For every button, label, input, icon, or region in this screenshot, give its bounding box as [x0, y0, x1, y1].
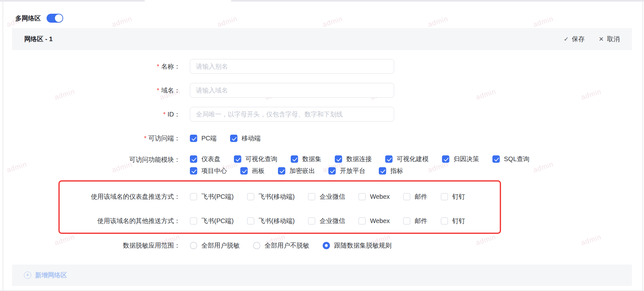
checkbox-icon: [278, 167, 285, 175]
radio-icon: [323, 242, 330, 249]
checkbox-icon: [385, 155, 393, 163]
required-mark: *: [144, 135, 146, 142]
checkbox-label: Webex: [370, 193, 390, 200]
checkbox-label: PC端: [201, 134, 217, 143]
checkbox-option[interactable]: 飞书(移动端): [247, 217, 295, 225]
checkbox-option[interactable]: 可视化查询: [234, 155, 277, 163]
checkbox-option[interactable]: 画板: [240, 167, 265, 175]
checkbox-option[interactable]: Webex: [358, 217, 390, 225]
dashboard-push-label: 使用该域名的仪表盘推送方式：: [12, 192, 180, 201]
checkbox-icon: [379, 167, 386, 175]
checkbox-icon: [358, 217, 366, 225]
field-row-domain: *域名：: [12, 83, 632, 98]
checkbox-label: 可视化建模: [397, 155, 429, 163]
id-input[interactable]: [190, 107, 394, 122]
other-push-checkbox-group: 飞书(PC端) 飞书(移动端) 企业微信: [190, 217, 465, 225]
radio-option[interactable]: 全部用户不脱敏: [253, 241, 309, 250]
domain-label: *域名：: [12, 86, 180, 95]
field-row-masking: 数据脱敏应用范围： 全部用户脱敏 全部用户不脱敏: [12, 238, 632, 253]
checkbox-option[interactable]: PC端: [190, 134, 217, 143]
toggle-knob: [55, 14, 63, 22]
panel-header: 网络区 - 1 ✓ 保存 ✕ 取消: [12, 28, 632, 50]
field-row-other-push: 使用该域名的其他推送方式： 飞书(PC端) 飞书(移动端): [12, 209, 632, 233]
add-zone-button[interactable]: + 新增网络区: [12, 265, 632, 286]
checkbox-icon: [441, 217, 448, 225]
checkbox-option[interactable]: 钉钉: [441, 192, 465, 201]
checkbox-icon: [308, 193, 315, 200]
radio-label: 全部用户脱敏: [201, 241, 240, 250]
cancel-button[interactable]: ✕ 取消: [599, 35, 620, 43]
checkbox-label: 移动端: [242, 134, 261, 143]
radio-label: 跟随数据集脱敏规则: [334, 241, 392, 250]
checkbox-option[interactable]: 飞书(PC端): [190, 217, 234, 225]
checkbox-icon: [230, 135, 237, 142]
modules-checkbox-group: 仪表盘 可视化查询 数据集: [190, 155, 557, 175]
checkbox-label: 飞书(PC端): [201, 192, 234, 201]
checkbox-label: 飞书(PC端): [201, 217, 234, 225]
checkbox-icon: [190, 193, 197, 200]
checkbox-label: 邮件: [415, 192, 427, 201]
checkbox-option[interactable]: Webex: [358, 193, 390, 200]
save-button[interactable]: ✓ 保存: [564, 35, 585, 43]
checkbox-option[interactable]: 加密嵌出: [278, 167, 315, 175]
checkbox-label: 仪表盘: [201, 155, 221, 163]
checkbox-icon: [492, 155, 500, 163]
required-mark: *: [163, 111, 166, 118]
checkbox-option[interactable]: 数据连接: [335, 155, 372, 163]
checkbox-label: 画板: [252, 167, 265, 175]
checkbox-icon: [190, 167, 197, 175]
checkbox-option[interactable]: 飞书(移动端): [247, 192, 295, 201]
field-row-modules: 可访问功能模块： 仪表盘 可视化查询: [12, 155, 632, 175]
checkbox-option[interactable]: 邮件: [403, 192, 427, 201]
multi-zone-toggle[interactable]: [47, 14, 63, 23]
field-row-clients: *可访问端： PC端 移动端: [12, 131, 632, 146]
settings-page: 多网络区 网络区 - 1 ✓ 保存 ✕ 取消 *名称：: [0, 0, 644, 286]
checkbox-option[interactable]: 项目中心: [190, 167, 227, 175]
checkbox-label: 归因决策: [453, 155, 479, 163]
checkbox-icon: [247, 217, 254, 225]
network-zone-panel: 网络区 - 1 ✓ 保存 ✕ 取消 *名称： *域名：: [12, 28, 632, 286]
checkbox-option[interactable]: 钉钉: [441, 217, 465, 225]
checkbox-icon: [190, 155, 197, 163]
checkbox-label: 数据连接: [346, 155, 372, 163]
field-row-dashboard-push: 使用该域名的仪表盘推送方式： 飞书(PC端) 飞书(移动端): [12, 184, 632, 209]
field-row-name: *名称：: [12, 59, 632, 74]
masking-label: 数据脱敏应用范围：: [12, 241, 180, 250]
checkbox-label: 加密嵌出: [289, 167, 315, 175]
checkbox-option[interactable]: 仪表盘: [190, 155, 221, 163]
checkbox-option[interactable]: 指标: [379, 167, 403, 175]
dashboard-push-checkbox-group: 飞书(PC端) 飞书(移动端) 企业微信: [190, 192, 465, 201]
checkbox-label: 项目中心: [201, 167, 227, 175]
name-label: *名称：: [12, 62, 180, 71]
radio-option[interactable]: 全部用户脱敏: [190, 241, 240, 250]
multi-zone-label: 多网络区: [15, 14, 41, 23]
checkbox-label: 飞书(移动端): [258, 192, 295, 201]
checkbox-icon: [247, 193, 254, 200]
checkbox-option[interactable]: 数据集: [291, 155, 321, 163]
checkbox-label: 开放平台: [340, 167, 365, 175]
add-zone-label: 新增网络区: [35, 271, 67, 280]
checkbox-option[interactable]: 开放平台: [328, 167, 365, 175]
checkbox-label: 钉钉: [452, 192, 465, 201]
clients-checkbox-group: PC端 移动端: [190, 134, 261, 143]
checkbox-option[interactable]: 飞书(PC端): [190, 192, 234, 201]
modules-label: 可访问功能模块：: [12, 155, 180, 164]
checkbox-option[interactable]: 企业微信: [308, 217, 345, 225]
checkbox-icon: [335, 155, 342, 163]
domain-input[interactable]: [190, 83, 394, 98]
checkbox-option[interactable]: 归因决策: [442, 155, 479, 163]
checkbox-option[interactable]: 移动端: [230, 134, 261, 143]
name-input[interactable]: [190, 59, 394, 74]
checkbox-icon: [403, 217, 410, 225]
checkbox-label: Webex: [370, 217, 390, 225]
panel-actions: ✓ 保存 ✕ 取消: [564, 35, 620, 43]
checkbox-option[interactable]: 可视化建模: [385, 155, 429, 163]
check-icon: ✓: [564, 36, 569, 42]
radio-option[interactable]: 跟随数据集脱敏规则: [323, 241, 392, 250]
checkbox-label: 飞书(移动端): [258, 217, 295, 225]
id-label: *ID：: [12, 109, 180, 119]
checkbox-option[interactable]: 邮件: [403, 217, 427, 225]
checkbox-option[interactable]: SQL查询: [492, 155, 529, 163]
checkbox-label: 钉钉: [452, 217, 465, 225]
checkbox-option[interactable]: 企业微信: [308, 192, 345, 201]
